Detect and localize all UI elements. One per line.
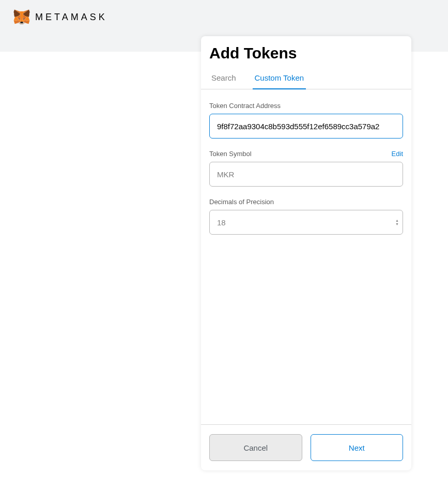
- modal-title: Add Tokens: [201, 36, 411, 67]
- brand-logo: METAMASK: [13, 9, 107, 25]
- field-contract-address: Token Contract Address: [209, 102, 403, 139]
- tabs-container: Search Custom Token: [201, 67, 411, 89]
- label-decimals: Decimals of Precision: [209, 198, 274, 206]
- input-contract-address[interactable]: [209, 114, 403, 139]
- cancel-button[interactable]: Cancel: [209, 434, 302, 461]
- modal-footer: Cancel Next: [201, 424, 411, 470]
- field-decimals: Decimals of Precision ▲ ▼: [209, 198, 403, 235]
- tab-custom-token[interactable]: Custom Token: [253, 67, 306, 89]
- edit-symbol-link[interactable]: Edit: [392, 150, 403, 158]
- form-body: Token Contract Address Token Symbol Edit…: [201, 89, 411, 424]
- metamask-fox-icon: [13, 9, 30, 25]
- add-tokens-modal: Add Tokens Search Custom Token Token Con…: [201, 36, 411, 470]
- stepper-down-icon[interactable]: ▼: [395, 223, 399, 226]
- brand-name: METAMASK: [35, 12, 107, 23]
- input-token-symbol[interactable]: [209, 162, 403, 187]
- field-token-symbol: Token Symbol Edit: [209, 150, 403, 187]
- input-decimals[interactable]: [209, 210, 403, 235]
- label-token-symbol: Token Symbol: [209, 150, 252, 158]
- tab-search[interactable]: Search: [209, 67, 238, 89]
- decimals-stepper[interactable]: ▲ ▼: [395, 219, 399, 226]
- next-button[interactable]: Next: [311, 434, 404, 461]
- label-contract-address: Token Contract Address: [209, 102, 281, 110]
